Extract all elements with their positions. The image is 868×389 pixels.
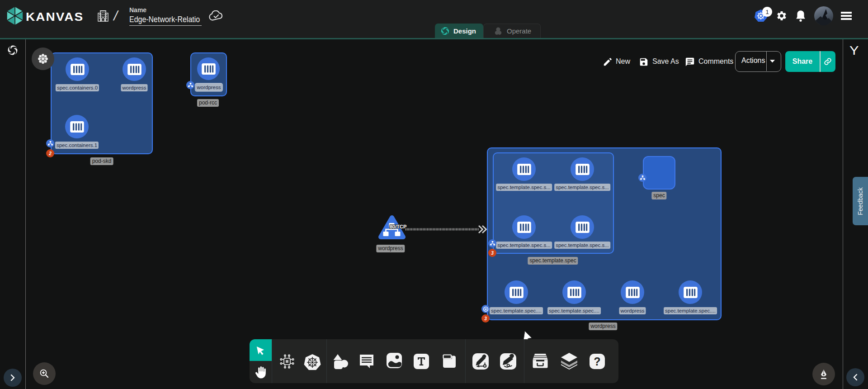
svg-text:?: ? xyxy=(594,355,600,368)
